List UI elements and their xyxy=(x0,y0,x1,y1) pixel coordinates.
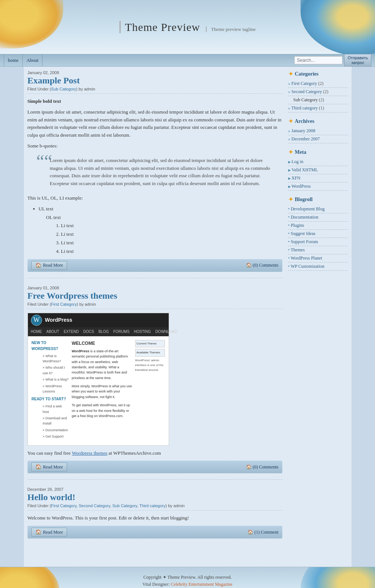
nav-about[interactable]: About xyxy=(23,54,43,67)
sidebar-meta-list: Log in Valid XHTML XFN WordPress xyxy=(288,158,348,191)
post-1-title: Example Post xyxy=(28,76,282,86)
post-2-cat-link[interactable]: First Category xyxy=(51,302,77,306)
archive-dec-link[interactable]: December 2007 xyxy=(292,136,320,142)
post-1-bquotes-label: Some b-quotes: xyxy=(28,142,282,150)
wp-header: W WordPress xyxy=(28,313,169,327)
meta-xfn-link[interactable]: XFN xyxy=(292,175,301,181)
post-1: January 02, 2008 Example Post Filed Unde… xyxy=(28,70,282,278)
search-button[interactable]: Отправить запрос xyxy=(344,54,371,67)
post-3-body: Welcome to WordPress. This is your first… xyxy=(28,514,282,522)
post-3-comments[interactable]: 🏠 (1) Comment xyxy=(248,530,278,535)
read-more-label: Read More xyxy=(43,530,63,535)
post-3-cat4-link[interactable]: Third category xyxy=(139,503,165,508)
wp-right-panel: Current Theme Available Themes WordPress… xyxy=(135,340,165,442)
sidebar-item: XFN xyxy=(288,174,348,182)
site-title: Theme Preview xyxy=(119,21,200,33)
site-tagline: Theme preview tagline xyxy=(206,26,256,32)
cat-second-link[interactable]: Second Category (2) xyxy=(292,89,328,94)
meta-wp-link[interactable]: WordPress xyxy=(292,184,311,189)
post-1-title-link[interactable]: Example Post xyxy=(28,76,80,85)
post-1-cat-link[interactable]: Sub Category xyxy=(51,87,76,91)
wp-nav-extend: EXTEND xyxy=(64,329,79,335)
blogroll-devblog-link[interactable]: Development Blog xyxy=(291,206,325,212)
star-icon: ✦ xyxy=(288,118,293,125)
wp-nav-about: ABOUT xyxy=(47,329,59,335)
post-1-comments[interactable]: 🏠 (0) Comments xyxy=(246,263,279,268)
flower-topleft-icon xyxy=(0,0,63,48)
wp-panel-box2: Available Themes xyxy=(135,349,165,357)
sidebar-item: Log in xyxy=(288,158,348,166)
comment-icon: 🏠 xyxy=(246,464,252,470)
main-content: January 02, 2008 Example Post Filed Unde… xyxy=(28,70,288,552)
wp-panel-caption: WordPress' admin interface is one of the… xyxy=(135,358,165,372)
list-item: Li text xyxy=(61,239,282,247)
wp-list-item: » Get Support xyxy=(43,434,69,439)
sidebar-item: January 2008 xyxy=(288,127,348,135)
list-item: Li text xyxy=(61,231,282,238)
meta-login-link[interactable]: Log in xyxy=(292,159,304,164)
blogroll-suggest-link[interactable]: Suggest Ideas xyxy=(291,231,315,236)
post-1-ul: UL text OL text Li text Li text Li text … xyxy=(39,205,282,255)
archive-jan-link[interactable]: January 2008 xyxy=(292,128,315,133)
post-3-title-link[interactable]: Hello world! xyxy=(28,492,76,502)
post-1-date: January 02, 2008 xyxy=(28,70,282,75)
wordpress-themes-link[interactable]: Wordpress themes xyxy=(72,450,107,456)
post-1-ol-container: OL text Li text Li text Li text Li text xyxy=(46,214,282,255)
cat-third-link[interactable]: Third category (1) xyxy=(291,105,324,111)
meta-xhtml-link[interactable]: Valid XHTML xyxy=(292,167,318,172)
post-1-ul-label: This is UL, OL, LI example: xyxy=(28,194,282,202)
nav-home[interactable]: home xyxy=(4,54,23,67)
blogroll-wpcust-link[interactable]: WP Customization xyxy=(290,264,324,269)
page-wrapper: January 02, 2008 Example Post Filed Unde… xyxy=(24,67,352,567)
post-1-bold: Simple bold text xyxy=(28,98,282,105)
sidebar-item: WordPress xyxy=(288,182,348,191)
post-1-read-more[interactable]: 🏠 Read More xyxy=(31,261,67,270)
sidebar-meta-title: ✦ Meta xyxy=(288,149,348,156)
comment-icon: 🏠 xyxy=(246,263,252,268)
post-2-comment-count: (0) Comments xyxy=(253,464,279,470)
wp-nav-docs: DOCS xyxy=(83,329,94,335)
post-3-cat1-link[interactable]: First Category xyxy=(51,503,76,508)
read-more-label: Read More xyxy=(43,263,63,268)
post-2-content: W WordPress HOME ABOUT EXTEND DOCS BLOG … xyxy=(28,313,282,457)
list-item: Li text xyxy=(61,222,282,230)
post-3-cat2-link[interactable]: Second Category xyxy=(79,503,110,508)
search-input[interactable] xyxy=(294,56,343,64)
blogroll-wp-planet-link[interactable]: WordPress Planet xyxy=(290,255,322,261)
flower-topright-icon xyxy=(301,0,375,54)
sidebar-item: WP Customization xyxy=(288,263,348,271)
list-item: UL text xyxy=(39,205,282,213)
wp-welcome-text: WordPress is a state-of-the-art semantic… xyxy=(72,349,132,381)
wp-body: NEW TO WORDPRESS? » What is WordPress? »… xyxy=(28,336,169,445)
sidebar-categories-title: ✦ Categories xyxy=(288,70,348,77)
footer-vital-link[interactable]: Celebrity Entertainment Magazine xyxy=(171,582,233,587)
wp-nav-download: DOWNLOAD xyxy=(155,329,177,335)
sidebar-categories: ✦ Categories First Category (2) Second C… xyxy=(288,70,348,112)
list-item: Li text xyxy=(61,248,282,255)
blogroll-docs-link[interactable]: Documentation xyxy=(291,214,318,220)
wp-body-text: More simply, WordPress is what you use w… xyxy=(72,384,132,400)
blogroll-themes-link[interactable]: Themes xyxy=(290,247,305,252)
site-footer: Copyright ✦ Theme Preview. All rights re… xyxy=(0,567,375,588)
post-3-read-more[interactable]: 🏠 Read More xyxy=(31,528,67,537)
nav-links: home About xyxy=(4,54,42,67)
blogroll-plugins-link[interactable]: Plugins xyxy=(291,223,304,228)
sidebar-item: Second Category (2) xyxy=(288,88,348,96)
post-2-title-link[interactable]: Free Wordpress themes xyxy=(28,291,117,301)
sidebar-item: Third category (1) xyxy=(288,104,348,112)
wordpress-logo-icon: W xyxy=(31,315,42,326)
post-2-meta: Filed Under (First Category) by admin xyxy=(28,302,282,309)
post-2-read-more[interactable]: 🏠 Read More xyxy=(31,463,67,471)
footer-vital: Vital Designer: Celebrity Entertainment … xyxy=(4,582,371,587)
post-2-comments[interactable]: 🏠 (0) Comments xyxy=(246,464,279,470)
wp-list-item: » Find a web host xyxy=(43,404,69,414)
sidebar-blogroll-title: ✦ Blogroll xyxy=(288,196,348,203)
post-3-footer: 🏠 Read More 🏠 (1) Comment xyxy=(28,526,282,538)
wp-sidebar: NEW TO WORDPRESS? » What is WordPress? »… xyxy=(32,340,69,442)
cat-first-link[interactable]: First Category (2) xyxy=(292,81,324,86)
wp-list-item: » What is WordPress? xyxy=(43,353,69,364)
wp-logo-text: WordPress xyxy=(45,316,73,324)
blogroll-support-link[interactable]: Support Forum xyxy=(291,239,318,244)
post-3-cat3-link[interactable]: Sub Category xyxy=(112,503,137,508)
sidebar-item: Plugins xyxy=(288,222,348,230)
